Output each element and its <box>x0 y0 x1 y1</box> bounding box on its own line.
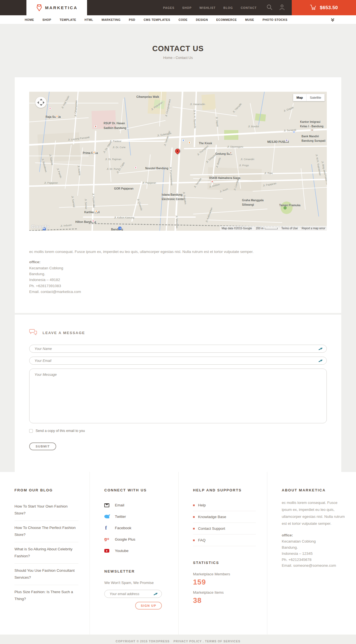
map-road <box>301 168 306 210</box>
stat-value: 38 <box>193 596 256 605</box>
category-nav-item[interactable]: PHOTO STOCKS <box>258 18 292 21</box>
social-link-twitter[interactable]: Twitter <box>104 511 167 522</box>
map-label: Jl. Japati <box>215 117 219 127</box>
user-icon[interactable] <box>279 4 285 12</box>
map-label: The Kiosk <box>199 142 212 145</box>
top-nav-item[interactable]: SHOP <box>182 6 192 9</box>
brand-logo[interactable]: MARKETICA <box>26 0 87 15</box>
map-label: Raja Sunda <box>46 115 61 118</box>
message-form-card: LEAVE A MESSAGE Send a copy of this emai… <box>15 315 341 472</box>
pan-left-arrow[interactable] <box>37 101 39 104</box>
terms-of-services-link[interactable]: TERMS OF SERVICES <box>205 640 240 643</box>
category-nav-item[interactable]: TEMPLATE <box>55 18 80 21</box>
chevron-down-icon[interactable] <box>331 18 334 21</box>
social-icon <box>104 503 109 507</box>
help-heading: HELP AND SUPPORTS <box>193 488 256 492</box>
social-icon <box>104 515 109 518</box>
office-address: Kecamatan CoblongBandung.Indonesia – 491… <box>29 265 327 295</box>
category-nav-item[interactable]: CODE <box>174 18 192 21</box>
pan-up-arrow[interactable] <box>40 99 43 100</box>
breadcrumb-separator: › <box>174 56 175 60</box>
map-label: Jl. Haji Yasin <box>61 95 70 109</box>
pan-right-arrow[interactable] <box>43 101 44 104</box>
address-line: Indonesia – 49182 <box>29 277 327 283</box>
pan-down-arrow[interactable] <box>40 104 43 106</box>
satellite-button[interactable]: Satellite <box>306 94 325 101</box>
map-poi-icon-museum <box>229 151 233 155</box>
newsletter-field <box>104 590 162 598</box>
top-nav-item[interactable]: CONTACT <box>241 6 257 9</box>
map-label: Jl. Cihampelas <box>74 100 78 117</box>
send-copy-checkbox[interactable] <box>29 429 33 433</box>
map-label: Jl. Diponegoro <box>227 145 243 148</box>
category-nav-item[interactable]: CMS TEMPLATES <box>139 18 174 21</box>
search-icon[interactable] <box>266 4 273 12</box>
submit-button[interactable]: SUBMIT <box>29 442 56 450</box>
blog-post-link[interactable]: Should You Use Fashion Consultant Servic… <box>14 564 78 585</box>
social-link-email[interactable]: Email <box>104 499 167 511</box>
map-label: RSUP Dr. Hasan <box>104 122 125 125</box>
scale-bar <box>265 228 278 229</box>
email-input[interactable] <box>29 357 327 364</box>
top-nav-item[interactable]: WISHLIST <box>199 6 216 9</box>
map-poi-icon-restaurant <box>93 151 96 154</box>
category-nav-item[interactable]: ECOMMERCE <box>212 18 241 21</box>
newsletter-email-input[interactable] <box>105 590 162 598</box>
report-error-link[interactable]: Report a map error <box>302 227 325 230</box>
map-button[interactable]: Map <box>293 94 306 101</box>
map-label: Jl. Titimplik <box>232 103 242 113</box>
blog-post-link[interactable]: Plus Size Fashion: Is There Such a Thing… <box>14 585 78 606</box>
form-heading: LEAVE A MESSAGE <box>43 331 85 335</box>
footer-columns: FROM OUR BLOG How To Start Your Own Fash… <box>0 472 356 635</box>
category-nav-item[interactable]: MUSE <box>241 18 258 21</box>
social-label: Facebook <box>115 526 131 530</box>
map-label: Jl. Banda <box>215 157 221 168</box>
blog-post-link[interactable]: How To Choose The Perfect Fashion Store? <box>14 521 78 542</box>
help-link[interactable]: FAQ <box>193 534 256 546</box>
map-road-main <box>174 92 184 231</box>
map-scale: 200 m <box>256 227 278 230</box>
category-nav-item[interactable]: HTML <box>80 18 97 21</box>
category-nav-item[interactable]: HOME <box>21 18 38 21</box>
cart-icon <box>310 4 317 11</box>
signup-button[interactable]: SIGN UP <box>135 602 162 610</box>
blog-post-link[interactable]: How To Start Your Own Fashion Store? <box>14 499 78 521</box>
footer-help-column: HELP AND SUPPORTS HelpKnowladge BaseCont… <box>178 472 267 635</box>
message-textarea[interactable] <box>29 369 327 423</box>
terms-link[interactable]: Terms of Use <box>281 227 298 230</box>
map-attribution: Map data ©2015 Google 200 m Terms of Use… <box>220 226 327 231</box>
map-road <box>289 103 293 120</box>
address-line: Email. someone@someone.com <box>282 563 345 569</box>
name-input[interactable] <box>29 345 327 352</box>
map-poi-icon-hotel <box>48 107 51 110</box>
map-poi-icon-station <box>118 227 122 230</box>
social-link-facebook[interactable]: Facebook <box>104 522 167 534</box>
blog-post-link[interactable]: What is So Alluring About Celebrity Fash… <box>14 542 78 564</box>
top-nav-item[interactable]: PAGES <box>163 6 174 9</box>
map-label: Prima Rasa <box>83 151 98 155</box>
map-pan-control[interactable] <box>35 97 46 108</box>
stat-label: Marketplace Items <box>193 590 256 595</box>
category-nav-item[interactable]: DESIGN <box>192 18 212 21</box>
category-nav-item[interactable]: MARKETING <box>97 18 125 21</box>
top-nav-item[interactable]: BLOG <box>223 6 233 9</box>
social-link-youtube[interactable]: Youtube <box>104 545 167 556</box>
privacy-policy-link[interactable]: PRIVACY POLICY <box>174 640 202 643</box>
breadcrumb-current: Contact Us <box>175 56 193 60</box>
help-link[interactable]: Help <box>193 499 256 511</box>
header-icons <box>266 4 285 12</box>
category-nav-item[interactable]: SHOP <box>38 18 56 21</box>
copyright-separator: . <box>203 640 204 643</box>
map-label: Kantor Imigrasi <box>300 120 320 123</box>
breadcrumb-home[interactable]: Home <box>163 56 172 60</box>
category-nav-item[interactable]: PSD <box>125 18 139 21</box>
cart-button[interactable]: $653.50 <box>292 0 356 15</box>
google-map[interactable]: Cihampelas WalkJl. HasanudinJl. Pelesira… <box>29 92 327 231</box>
help-link[interactable]: Contact Support <box>193 523 256 534</box>
newsletter-tagline: We Won't Spam, We Promise <box>104 581 167 585</box>
map-road <box>271 140 276 175</box>
help-link[interactable]: Knowladge Base <box>193 511 256 523</box>
social-link-gplus[interactable]: Google Plus <box>104 534 167 545</box>
map-label: Electronic Center <box>162 198 185 201</box>
map-label: Taman Pramuka <box>279 204 301 207</box>
